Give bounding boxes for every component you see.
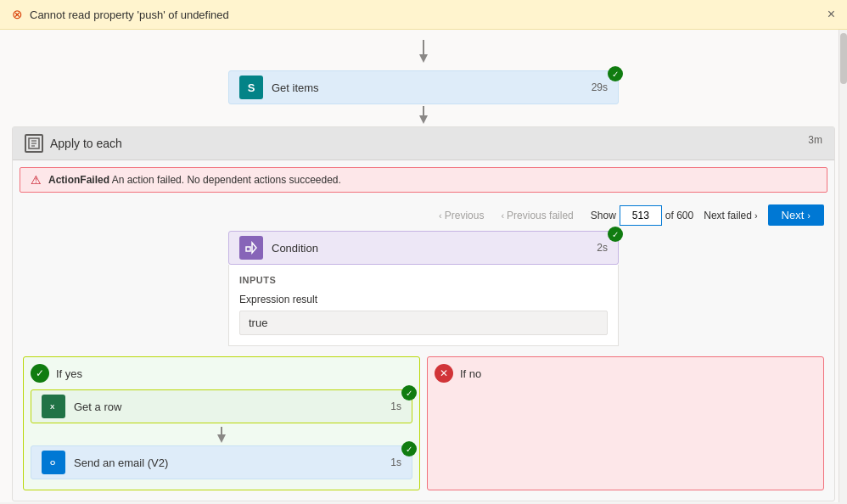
connector-arrow-icon: [418, 106, 429, 125]
inputs-section-label: INPUTS: [239, 275, 608, 285]
send-email-label: Send an email (V2): [74, 456, 384, 469]
if-no-title: If no: [460, 367, 481, 380]
close-button[interactable]: ×: [827, 7, 835, 22]
previous-button[interactable]: ‹ Previous: [432, 206, 491, 225]
branches-row: ✓ If yes X Ge: [20, 356, 827, 490]
sharepoint-icon: S: [239, 76, 263, 99]
show-label: Show: [591, 210, 616, 221]
warning-icon: ⚠: [31, 173, 42, 187]
apply-each-title: Apply to each: [50, 137, 122, 150]
condition-wrapper: Condition 2s ✓ INPUTS Expression result …: [228, 231, 619, 346]
condition-duration: 2s: [597, 242, 608, 254]
outlook-icon: O: [42, 451, 65, 474]
get-row-success-badge: ✓: [401, 385, 417, 400]
get-row-duration: 1s: [390, 400, 401, 412]
svg-text:O: O: [50, 459, 55, 467]
branch-arrow-icon: [216, 427, 227, 444]
if-yes-title: If yes: [56, 367, 82, 380]
condition-card[interactable]: Condition 2s ✓: [228, 231, 619, 265]
apply-each-container: Apply to each 3m ⚠ ActionFailed An actio…: [12, 126, 835, 501]
navigation-bar: ‹ Previous ‹ Previous failed Show of 600…: [13, 199, 834, 231]
send-email-step: O Send an email (V2) 1s ✓: [31, 445, 412, 479]
get-items-row: S Get items 29s ✓: [0, 70, 847, 104]
apply-each-inner: Condition 2s ✓ INPUTS Expression result …: [13, 231, 834, 501]
error-bar: ⊗ Cannot read property 'push' of undefin…: [0, 0, 847, 30]
chevron-right-icon: ›: [807, 210, 811, 221]
get-row-card[interactable]: X Get a row 1s ✓: [31, 389, 412, 423]
send-email-duration: 1s: [390, 456, 401, 468]
expression-value: true: [239, 311, 608, 335]
action-failed-detail: An action failed. No dependent actions s…: [112, 174, 341, 186]
apply-each-duration: 3m: [808, 134, 822, 146]
get-items-duration: 29s: [592, 81, 608, 93]
of-label: of 600: [665, 210, 693, 221]
excel-icon: X: [42, 395, 65, 418]
success-badge: ✓: [608, 66, 623, 81]
x-icon: ✕: [435, 364, 453, 383]
svg-marker-13: [217, 434, 226, 443]
check-icon: ✓: [31, 364, 49, 383]
canvas: S Get items 29s ✓: [0, 30, 847, 502]
if-no-header: ✕ If no: [435, 364, 816, 383]
get-items-label: Get items: [272, 81, 585, 94]
condition-inputs-panel: INPUTS Expression result true: [228, 265, 619, 346]
scrollbar-thumb[interactable]: [840, 33, 847, 84]
action-failed-text: ActionFailed An action failed. No depend…: [48, 174, 341, 186]
if-no-branch: ✕ If no: [427, 356, 824, 490]
top-connector: [0, 30, 847, 64]
svg-marker-1: [419, 54, 428, 63]
send-email-card[interactable]: O Send an email (V2) 1s ✓: [31, 445, 412, 479]
connector-1: [0, 106, 847, 125]
svg-marker-9: [252, 243, 256, 253]
svg-marker-3: [419, 115, 428, 124]
if-yes-branch: ✓ If yes X Ge: [23, 356, 420, 490]
previous-failed-button[interactable]: ‹ Previous failed: [494, 206, 580, 225]
scope-icon: [25, 134, 43, 153]
next-button[interactable]: Next ›: [768, 204, 824, 226]
action-failed-banner: ⚠ ActionFailed An action failed. No depe…: [20, 167, 827, 193]
branch-connector-1: [31, 427, 412, 444]
svg-rect-8: [246, 247, 250, 251]
next-failed-button[interactable]: Next failed ›: [697, 206, 764, 225]
svg-text:X: X: [50, 403, 55, 411]
error-circle-icon: ⊗: [12, 7, 23, 22]
chevron-left-failed-icon: ‹: [501, 210, 504, 221]
apply-each-header[interactable]: Apply to each 3m: [13, 127, 834, 160]
get-items-card[interactable]: S Get items 29s ✓: [228, 70, 619, 104]
get-row-label: Get a row: [74, 400, 384, 413]
chevron-right-failed-icon: ›: [754, 210, 758, 221]
chevron-left-icon: ‹: [439, 210, 442, 221]
send-email-success-badge: ✓: [401, 441, 417, 456]
error-message: Cannot read property 'push' of undefined: [30, 8, 229, 21]
get-row-step: X Get a row 1s ✓: [31, 389, 412, 423]
condition-success-badge: ✓: [608, 227, 623, 242]
if-yes-header: ✓ If yes: [31, 364, 412, 383]
expression-result-label: Expression result: [239, 294, 608, 305]
total-pages: 600: [676, 210, 693, 221]
condition-label: Condition: [272, 242, 590, 255]
scrollbar[interactable]: [839, 30, 847, 502]
page-number-input[interactable]: [620, 205, 662, 226]
condition-row: Condition 2s ✓ INPUTS Expression result …: [20, 231, 827, 346]
arrow-down-icon: [418, 40, 429, 64]
condition-icon: [239, 236, 263, 260]
